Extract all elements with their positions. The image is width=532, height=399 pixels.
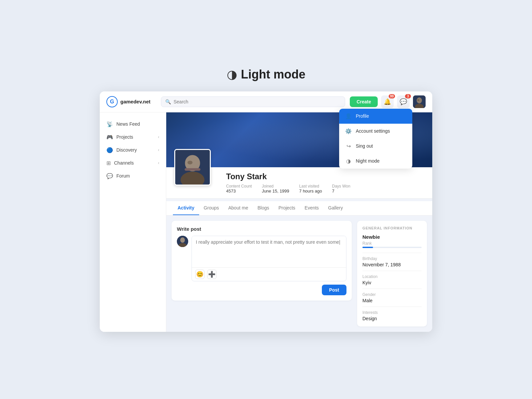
search-input[interactable] xyxy=(174,99,341,104)
gender-label: Gender xyxy=(362,292,422,297)
profile-details: Tony Stark Content Count 4573 Joined Jun… xyxy=(226,172,350,194)
projects-icon: 🎮 xyxy=(106,134,113,140)
rank-bar-fill xyxy=(362,247,373,248)
profile-info-bar: Tony Stark Content Count 4573 Joined Jun… xyxy=(166,167,432,199)
dropdown-account-label: Account settings xyxy=(356,128,390,134)
general-info-title: GENERAL INFORMATION xyxy=(362,226,422,230)
page-title: Light mode xyxy=(241,67,306,81)
stat-joined: Joined June 15, 1999 xyxy=(262,184,289,194)
location-label: Location xyxy=(362,274,422,279)
profile-avatar-placeholder xyxy=(175,150,210,185)
channels-chevron: ‹ xyxy=(158,161,159,165)
sidebar-label-projects: Projects xyxy=(116,134,133,140)
sidebar-item-discovery[interactable]: 🔵 Discovery ‹ xyxy=(100,144,166,157)
logo-area[interactable]: G gamedev.net xyxy=(106,96,156,107)
nav-right: Create 🔔 99 💬 3 xyxy=(350,95,426,108)
profile-icon: 👤 xyxy=(345,113,352,119)
sidebar-label-discovery: Discovery xyxy=(116,147,137,153)
sidebar-item-news-feed[interactable]: 📡 News Feed xyxy=(100,118,166,131)
tab-activity[interactable]: Activity xyxy=(173,201,199,215)
profile-avatar xyxy=(174,149,211,186)
sidebar-label-forum: Forum xyxy=(116,173,130,179)
sidebar: 📡 News Feed 🎮 Projects ‹ 🔵 Discovery ‹ xyxy=(100,112,166,332)
dropdown-profile-label: Profile xyxy=(356,113,369,119)
discovery-chevron: ‹ xyxy=(158,148,159,152)
tab-groups[interactable]: Groups xyxy=(199,201,224,215)
svg-point-3 xyxy=(417,99,419,101)
sidebar-item-channels[interactable]: ⊞ Channels ‹ xyxy=(100,157,166,170)
svg-point-7 xyxy=(188,161,193,164)
search-icon: 🔍 xyxy=(165,99,171,104)
post-button[interactable]: Post xyxy=(322,285,346,295)
tab-projects[interactable]: Projects xyxy=(274,201,300,215)
stat-last-visited: Last visited 7 hours ago xyxy=(299,184,322,194)
write-post-actions: 😊 ➕ xyxy=(192,267,346,281)
rank-label: Newbie xyxy=(362,234,422,240)
write-post-avatar xyxy=(177,236,188,247)
location-value: Kyiv xyxy=(362,280,422,285)
write-post-title: Write post xyxy=(177,226,346,232)
profile-stats: Content Count 4573 Joined June 15, 1999 … xyxy=(226,184,350,194)
logo-icon: G xyxy=(106,96,118,107)
search-bar[interactable]: 🔍 xyxy=(161,96,345,107)
profile-name: Tony Stark xyxy=(226,172,350,181)
sidebar-item-forum[interactable]: 💬 Forum xyxy=(100,170,166,183)
stat-content-count: Content Count 4573 xyxy=(226,184,252,194)
attach-icon[interactable]: ➕ xyxy=(207,270,216,279)
dropdown-profile[interactable]: 👤 Profile xyxy=(339,109,412,124)
dropdown-signout-label: Sing out xyxy=(356,143,373,149)
write-post-textarea[interactable] xyxy=(192,236,346,266)
tab-events[interactable]: Events xyxy=(300,201,324,215)
dropdown-nightmode-label: Night mode xyxy=(356,158,380,164)
light-mode-icon: ◑ xyxy=(227,67,237,81)
discovery-icon: 🔵 xyxy=(106,147,113,153)
interests-label: Interests xyxy=(362,310,422,315)
divider-location xyxy=(362,271,422,271)
gender-value: Male xyxy=(362,298,422,303)
tab-gallery[interactable]: Gallery xyxy=(324,201,347,215)
rank-sublabel: Rank xyxy=(362,241,422,246)
user-dropdown-menu: 👤 Profile ⚙️ Account settings ↪ Sing out… xyxy=(339,109,412,169)
forum-icon: 💬 xyxy=(106,173,113,179)
dropdown-sign-out[interactable]: ↪ Sing out xyxy=(339,139,412,154)
write-post-row: 😊 ➕ xyxy=(177,236,346,281)
write-post-input-area: 😊 ➕ xyxy=(192,236,346,281)
messages-badge: 3 xyxy=(405,94,411,98)
settings-icon: ⚙️ xyxy=(345,128,352,134)
sidebar-item-projects[interactable]: 🎮 Projects ‹ xyxy=(100,131,166,144)
dropdown-account-settings[interactable]: ⚙️ Account settings xyxy=(339,124,412,139)
birthday-label: Birthday xyxy=(362,256,422,261)
top-nav: G gamedev.net 🔍 Create 🔔 99 💬 3 xyxy=(100,91,432,112)
stat-days-won: Days Won 7 xyxy=(332,184,350,194)
emoji-icon[interactable]: 😊 xyxy=(195,270,204,279)
post-action-icons: 😊 ➕ xyxy=(195,270,216,279)
channels-icon: ⊞ xyxy=(106,160,111,166)
svg-point-1 xyxy=(417,97,422,103)
nightmode-icon: ◑ xyxy=(345,158,352,164)
svg-rect-8 xyxy=(185,168,200,171)
svg-point-10 xyxy=(180,237,185,243)
divider-gender xyxy=(362,289,422,289)
tab-about-me[interactable]: About me xyxy=(224,201,253,215)
signout-icon: ↪ xyxy=(345,143,352,149)
create-button[interactable]: Create xyxy=(350,96,378,107)
content-split: Write post xyxy=(166,215,432,332)
divider-birthday xyxy=(362,253,422,253)
news-feed-icon: 📡 xyxy=(106,121,113,127)
messages-button[interactable]: 💬 3 xyxy=(397,95,410,108)
user-avatar-button[interactable] xyxy=(413,95,426,108)
sidebar-label-channels: Channels xyxy=(114,160,134,166)
divider-interests xyxy=(362,307,422,307)
interests-value: Design xyxy=(362,316,422,321)
write-post-card: Write post xyxy=(172,221,352,301)
notifications-button[interactable]: 🔔 99 xyxy=(381,95,394,108)
general-info-sidebar: GENERAL INFORMATION Newbie Rank Birthday… xyxy=(357,221,427,327)
page-title-area: ◑ Light mode xyxy=(227,67,306,81)
dropdown-night-mode[interactable]: ◑ Night mode xyxy=(339,154,412,169)
content-main: Write post xyxy=(172,221,352,327)
notifications-badge: 99 xyxy=(389,94,395,98)
tab-blogs[interactable]: Blogs xyxy=(253,201,274,215)
rank-bar-background xyxy=(362,247,422,248)
profile-tabs: Activity Groups About me Blogs Projects … xyxy=(166,201,432,215)
browser-window: G gamedev.net 🔍 Create 🔔 99 💬 3 xyxy=(100,91,432,332)
